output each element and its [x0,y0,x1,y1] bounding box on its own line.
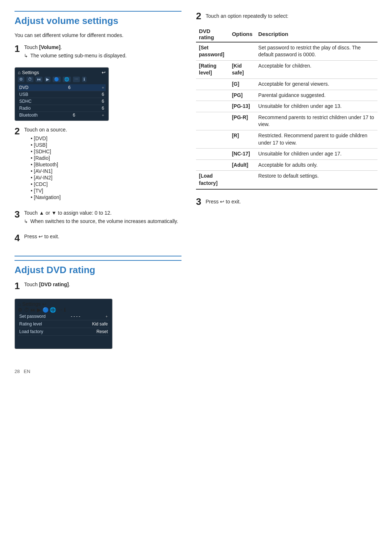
bluetooth-val: 6 [64,113,75,118]
step2-text: Touch on a source. [24,126,67,134]
ratinglevel-label: Rating level [19,321,42,327]
dvd-step1: 1 Touch [DVD rating]. [15,281,181,295]
step4-num: 4 [15,233,20,243]
step2-num: 2 [15,126,20,137]
dvd-nav6: 🌐 [50,307,56,313]
list-item: [Bluetooth] [30,161,67,168]
cell-description: Acceptable for general viewers. [256,78,377,90]
dvd-settings-title-bar: ⌂ Settings ↩ [18,301,109,307]
nav-info: ℹ [82,77,86,82]
dvd-rating-section: Adjust DVD rating 1 Touch [DVD rating]. … [15,260,181,349]
list-item: [USB] [30,142,67,148]
left-column: Adjust volume settings You can set diffe… [15,11,181,354]
cell-dvd-rating [196,159,229,171]
bracket-text: [NC-17] [232,151,250,157]
cell-options: [R] [229,130,256,148]
cell-options: [G] [229,78,256,90]
usb-label: USB [19,92,28,97]
dvd-plus: + [102,85,104,90]
step1-text: Touch [Volume]. [24,44,126,51]
step1-content: Touch [Volume]. ↳ The volume setting sub… [24,44,126,58]
bluetooth-plus: + [102,113,104,117]
nav-extras: ⋯ [73,77,80,82]
nav-video: ▶ [45,77,50,82]
cell-description: Unsuitable for children under age 17. [256,149,377,160]
table-row: [G] Acceptable for general viewers. [196,78,377,90]
bracket-text: [G] [232,81,239,87]
sdhc-val: 6 [93,99,104,104]
volume-section: Adjust volume settings You can set diffe… [15,11,181,247]
cell-options: [Adult] [229,159,256,171]
volume-intro: You can set different volume for differe… [15,32,181,39]
bracket-text: [Loadfactory] [199,173,217,186]
cell-options: [Kidsafe] [229,60,256,78]
dvd-label: DVD [19,85,28,90]
col-dvd-rating: DVD rating [196,27,229,42]
cell-description: Restore to default settings. [256,171,377,189]
right-step2-text: Touch an option repeatedly to select: [205,11,288,19]
table-row: [Loadfactory] Restore to default setting… [196,171,377,189]
bracket-text: [Kidsafe] [232,63,244,76]
cell-description: Restricted. Recommend parent to guide ch… [256,130,377,148]
dvd-nav5: 🔵 [42,307,49,313]
dvd-nav3: ⏭ [30,307,36,313]
back-icon: ↩ [102,70,106,75]
dvd-val: 6 [60,85,70,90]
settings-row-dvd: DVD 6 + [18,84,106,91]
arrow-icon: ↳ [24,53,28,58]
section-divider [15,256,181,256]
dvd-back-icon: ↩ [42,301,46,307]
page-footer: 28 EN [15,369,377,374]
cell-options: [NC-17] [229,149,256,160]
page-number: 28 [15,369,20,374]
dvd-rating-table: DVD rating Options Description [Setpassw… [196,27,377,190]
volume-step1: 1 Touch [Volume]. ↳ The volume setting s… [15,44,181,64]
step4-content: Press ↩ to exit. [24,233,59,242]
dvd-nav8: ℹ [64,307,66,313]
right-step2-header: 2 Touch an option repeatedly to select: [196,11,377,21]
list-item: [AV-IN2] [30,174,67,181]
volume-step4: 4 Press ↩ to exit. [15,233,181,247]
cell-dvd-rating: [Setpassword] [196,42,229,61]
settings-title-bar: ⌂ Settings ↩ [18,70,106,75]
loadfactory-label: Load factory [19,329,43,334]
table-row: [R] Restricted. Recommend parent to guid… [196,130,377,148]
cell-dvd-rating [196,130,229,148]
arrow-icon2: ↳ [24,219,28,224]
list-item: [Navigation] [30,194,67,200]
bracket-text: [Ratinglevel] [199,63,216,76]
setpassword-plus: + [106,314,108,319]
settings-row-usb: USB 6 [18,91,106,98]
bracket-text: [R] [232,133,239,138]
step3-text: Touch ▲ or ▼ to assign value: 0 to 12. [24,209,178,217]
cell-dvd-rating [196,90,229,101]
step1-bold: [Volume] [39,44,61,50]
radio-val: 6 [93,106,104,111]
dvd-row-setpassword: Set password - - - - + [18,313,109,320]
cell-dvd-rating [196,78,229,90]
dvd-step1-content: Touch [DVD rating]. [24,281,70,290]
dvd-nav7: ⋯ [57,307,62,313]
cell-description: Unsuitable for children under age 13. [256,101,377,112]
cell-dvd-rating: [Loadfactory] [196,171,229,189]
nav-lang: 🌐 [63,77,71,82]
bluetooth-label: Bluetooth [19,113,38,118]
table-row: [PG-R] Recommend parents to restrict chi… [196,112,377,130]
volume-step2: 2 Touch on a source. [DVD] [USB] [SDHC] … [15,126,181,206]
cell-options [229,171,256,189]
loadfactory-val: Reset [97,329,108,334]
dvd-nav2: ⏱ [24,307,29,313]
nav-general: ⚙ [18,77,24,82]
volume-section-title: Adjust volume settings [15,11,181,27]
settings-screenshot-dvd: ⌂ Settings ↩ ⚙ ⏱ ⏭ ▶ 🔵 🌐 ⋯ ℹ Set passwor… [15,299,113,349]
cell-description: Acceptable for children. [256,60,377,78]
table-row: [Ratinglevel] [Kidsafe] Acceptable for c… [196,60,377,78]
dvd-section-title: Adjust DVD rating [15,260,181,276]
cell-description: Parental guidance suggested. [256,90,377,101]
step3-sub-text: When switches to the source, the volume … [30,218,178,224]
step4-text: Press ↩ to exit. [24,233,59,240]
dvd-spacer [18,336,109,347]
bracket-text: [Setpassword] [199,45,224,58]
cell-description: Recommend parents to restrict children u… [256,112,377,130]
right-step3-num: 3 [196,196,201,207]
